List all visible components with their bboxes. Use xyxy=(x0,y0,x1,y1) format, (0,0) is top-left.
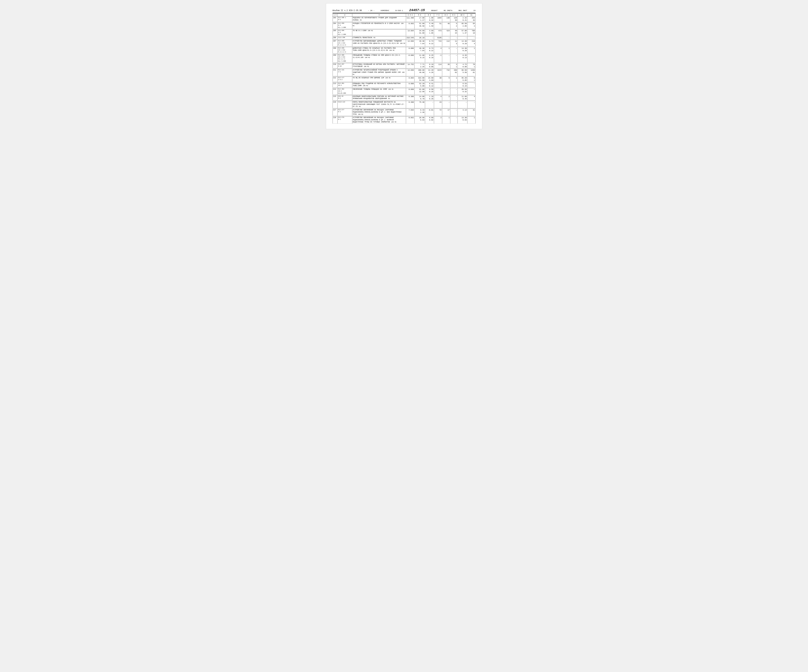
col6: 3.601.06 xyxy=(425,29,434,36)
col6: 0.740.22 xyxy=(425,40,434,46)
table-row: 208E12-299 10-1 ССU П.2-2.2-3ЦЕМЕНТНАЯ С… xyxy=(332,47,476,53)
col11: 91 xyxy=(467,77,476,82)
col8: – xyxy=(442,82,450,87)
col11: 78019 xyxy=(467,29,476,36)
row-qty: 0.300 xyxy=(406,95,414,100)
row-qty: 0.052 xyxy=(406,117,414,123)
list-num: 15 xyxy=(473,10,476,12)
table-row: 207E12-299 10-1 ССU П.2-2.2-3УСТРОЙСТВО … xyxy=(332,40,476,46)
col-header-8: 8 I xyxy=(442,13,450,17)
col5: 322.0054.90 xyxy=(414,77,425,82)
col7: – xyxy=(434,82,442,87)
col8: 130 xyxy=(442,17,450,22)
row-number: 207 xyxy=(332,40,337,46)
col5: 11.900.15 xyxy=(414,54,425,63)
col6: 0.080.02 xyxy=(425,117,434,123)
col-header-4: I 4 I xyxy=(406,13,414,17)
col10: 11.800.45 xyxy=(457,95,467,100)
col5: 28.909.63 xyxy=(414,117,425,123)
col11: 25846 xyxy=(467,17,476,22)
row-number: 212 xyxy=(332,77,337,82)
row-description: УСТРОЙСТВО ВЫРАВНИВАЮЩИХ ЦЕМЕНТНЫХ СТЯЖЕ… xyxy=(352,40,406,46)
col5: 26.10 xyxy=(414,37,425,39)
col6: 15.604.69 xyxy=(425,77,434,82)
smeta2-label: Ф01 ЛИСТ xyxy=(459,10,467,12)
row-code: E12-297 9-10 xyxy=(337,63,352,68)
col11: – xyxy=(467,82,476,87)
row-number: 218 xyxy=(332,117,337,123)
col7: 1 xyxy=(434,88,442,94)
col-header-2: 2 xyxy=(337,13,352,17)
row-qty: 0.094 xyxy=(406,77,414,82)
col10: – xyxy=(457,37,467,39)
col-header-3: 3 xyxy=(352,13,406,17)
row-number: 216 xyxy=(332,101,337,108)
row-code: E12-288 1 9-5 xyxy=(337,17,352,22)
row-description: ПОДСЫПКА ИЗ КЕРАМЗИТОВОГО ГРАВИЯ ДЛЯ СОЗ… xyxy=(352,17,406,22)
row-number: 203 xyxy=(332,17,337,22)
col10: 86.505.50 xyxy=(457,69,467,76)
col6: 14.204.26 xyxy=(425,69,434,76)
col9: – xyxy=(450,88,457,94)
row-description: ПЛИТЫ МИНЕРАЛОВАТНЫЕ ПОВЫШЕННОЙ ЖЕСТКОСТ… xyxy=(352,101,406,108)
table-row: 209E12-300 10-2 ССU П2-2.2-3 K1= 5.000УМ… xyxy=(332,54,476,63)
row-code: E12-286 9-3 K1= 2.000 xyxy=(337,29,352,36)
table-row: 214E12-302 10-4 K1=25.000УВЕЛИЧЕНИЕ ТОЛЩ… xyxy=(332,88,476,94)
col8: 35 xyxy=(442,63,450,68)
row-code: E12-299 10-1 ССU П.2-2.2-3 xyxy=(337,40,352,46)
row-code: C114-113 xyxy=(337,101,352,108)
header: Альбом II ч.2 8I0-I-35.90 – 20 – КОМПЛЕК… xyxy=(332,8,476,12)
row-number: 211 xyxy=(332,69,337,76)
col6: 0.410.12 xyxy=(425,82,434,87)
col10: 14.300.28 xyxy=(457,47,467,53)
col5: 17.901.17 xyxy=(414,17,425,22)
col5: 34.6031.00 xyxy=(414,29,425,36)
col10: 4.14 xyxy=(457,108,467,116)
row-description: ОГРУНТОВКА ОСНОВАНИЙ ИЗ БЕТОНА ИЛИ РАСТВ… xyxy=(352,63,406,68)
col10: 4.720.08 xyxy=(457,63,467,68)
col11: 4 xyxy=(467,95,476,100)
row-number: 204 xyxy=(332,22,337,28)
col11: 2104 xyxy=(467,40,476,46)
col9: – xyxy=(450,108,457,116)
col8: – xyxy=(442,101,450,108)
row-description: ИЗОЛЯЦИЯ МИНЕРАЛОВАТНЫМИ ПЛИТАМИ НА БИТУ… xyxy=(352,95,406,100)
col7: 51 xyxy=(434,22,442,28)
row-qty: -0.086 xyxy=(406,54,414,63)
complex-label: КОМПЛЕКС xyxy=(381,10,389,12)
table-row: 204E12-286 9-3 K1= 3.000УКЛАДКА УТЕПЛИТЕ… xyxy=(332,22,476,28)
col11: 1 xyxy=(467,117,476,123)
col5: 51.9046.50 xyxy=(414,22,425,28)
col11: 126981 xyxy=(467,69,476,76)
col11: 1 xyxy=(467,47,476,53)
col8: 2 xyxy=(442,95,450,100)
col10: – xyxy=(457,101,467,108)
col8: 732 xyxy=(442,69,450,76)
dash-label: – 20 – xyxy=(368,10,375,12)
col11: – xyxy=(467,88,476,94)
table-row: 217E12-277 8-2УСТРОЙСТВО ОБРАМЛЕНИЯ НА Ф… xyxy=(332,108,476,116)
col5: 52.205.00 xyxy=(414,82,425,87)
row-number: 213 xyxy=(332,82,337,87)
row-number: 214 xyxy=(332,88,337,94)
row-number: 209 xyxy=(332,54,337,63)
row-qty: 310.545 xyxy=(406,37,414,39)
row-code: E26-33 8-6 xyxy=(337,95,352,100)
col7: 23 xyxy=(434,101,442,108)
col9: – xyxy=(450,95,457,100)
col9: – xyxy=(450,54,457,63)
col-header-row: 1 I 2 3 I 4 I 5 I 6 I 7 I 8 I 9 I 10 I 1… xyxy=(332,13,476,17)
table-row: 218E12-276 8-1УСТРОЙСТВО ОБРАМЛЕНИЯ НА Ф… xyxy=(332,117,476,123)
object-label: ОБЪЕКТ xyxy=(431,10,437,12)
col5: 7.712.34 xyxy=(414,63,425,68)
col11: 842 xyxy=(467,22,476,28)
col6: 0.740.22 xyxy=(425,47,434,53)
page: Альбом II ч.2 8I0-I-35.90 – 20 – КОМПЛЕК… xyxy=(326,3,482,129)
row-description: ТО ЖЕ,ПО КОЗЫРЬКУ ПРИ ШИРИНЕ 12М100 М2 xyxy=(352,77,406,82)
col6: 0.500.25 xyxy=(425,88,434,94)
row-description: УСТРОЙСТВО ОБРАМЛЕНИЯ НА ФАСАДАХ (НАРУЖН… xyxy=(352,108,406,116)
col8: 1 xyxy=(442,47,450,53)
col9: 52 xyxy=(450,22,457,28)
row-number: 206 xyxy=(332,37,337,39)
col6: 0.250.10 xyxy=(425,54,434,63)
